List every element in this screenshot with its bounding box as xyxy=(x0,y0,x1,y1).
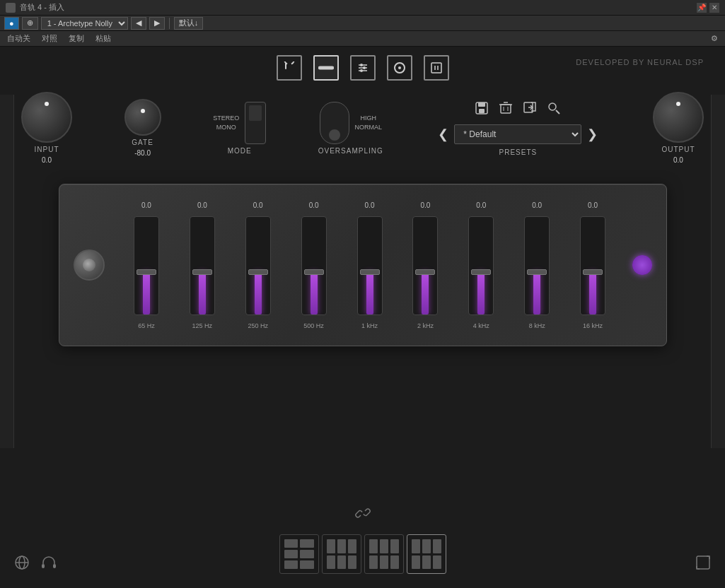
eq-slider-track-0[interactable] xyxy=(134,216,159,315)
auto-button[interactable]: 自动关 xyxy=(4,33,33,44)
oversampling-indicator xyxy=(329,129,340,141)
next-track-button[interactable]: ▶ xyxy=(149,17,165,30)
module-dot xyxy=(412,555,420,570)
module-dot xyxy=(369,555,378,570)
eq-slider-track-6[interactable] xyxy=(468,216,494,315)
stereo-label: STEREO xyxy=(213,114,239,123)
eq-value-2: 0.0 xyxy=(253,201,263,209)
gate-knob[interactable] xyxy=(124,99,161,136)
eq-joystick[interactable] xyxy=(74,249,105,281)
delete-preset-button[interactable] xyxy=(497,100,514,120)
fullscreen-button[interactable] xyxy=(695,555,711,574)
eq-slider-group-6: 0.0 4 kHz xyxy=(453,201,509,329)
circle-nav-button[interactable] xyxy=(387,55,412,81)
eq-slider-handle-1[interactable] xyxy=(192,269,212,275)
eq-nav-button[interactable] xyxy=(313,55,339,81)
eq-slider-handle-0[interactable] xyxy=(137,269,156,275)
scroll-left[interactable] xyxy=(0,95,14,448)
eq-slider-handle-2[interactable] xyxy=(248,269,268,275)
eq-freq-label-0: 65 Hz xyxy=(138,322,155,329)
module-dot xyxy=(369,539,378,553)
link-button[interactable]: ⊕ xyxy=(22,17,38,30)
input-knob[interactable] xyxy=(21,92,72,143)
track-select[interactable]: 1 - Archetype Nolly xyxy=(41,17,128,30)
eq-slider-group-0: 0.0 65 Hz xyxy=(119,201,175,329)
compare-button[interactable]: 对照 xyxy=(39,33,60,44)
power-button[interactable]: ● xyxy=(4,17,19,30)
svg-rect-15 xyxy=(478,102,485,107)
paste-button[interactable]: 粘贴 xyxy=(93,33,114,44)
eq-slider-track-8[interactable] xyxy=(580,216,605,315)
svg-point-7 xyxy=(363,66,366,69)
mode-toggle[interactable] xyxy=(245,102,266,144)
eq-slider-track-7[interactable] xyxy=(524,216,550,315)
svg-rect-31 xyxy=(697,556,709,569)
eq-slider-handle-4[interactable] xyxy=(360,269,380,275)
eq-slider-track-5[interactable] xyxy=(412,216,438,315)
search-preset-button[interactable] xyxy=(545,100,562,120)
import-preset-button[interactable] xyxy=(521,100,538,120)
eq-slider-handle-7[interactable] xyxy=(527,269,547,275)
bottom-module-1[interactable] xyxy=(322,534,361,574)
eq-slider-handle-6[interactable] xyxy=(471,269,491,275)
output-knob[interactable] xyxy=(653,92,704,143)
eq-freq-label-7: 8 kHz xyxy=(529,322,545,329)
eq-slider-track-4[interactable] xyxy=(357,216,383,315)
title-bar-left: 音轨 4 - 插入 xyxy=(6,2,64,13)
eq-joystick-inner xyxy=(83,259,95,271)
oversampling-toggle[interactable] xyxy=(320,102,349,144)
svg-rect-29 xyxy=(42,564,45,568)
module-dot xyxy=(422,555,431,570)
prev-preset-button[interactable]: ❮ xyxy=(435,127,451,142)
mode-indicator xyxy=(249,105,262,121)
svg-rect-16 xyxy=(479,109,485,113)
svg-point-6 xyxy=(360,64,363,66)
module-dot xyxy=(327,539,335,553)
eq-power-button[interactable] xyxy=(632,255,652,275)
save-preset-button[interactable] xyxy=(473,100,490,120)
eq-slider-handle-5[interactable] xyxy=(415,269,435,275)
bottom-module-3[interactable] xyxy=(407,534,446,574)
default-button[interactable]: 默认↓ xyxy=(174,17,204,30)
settings-button[interactable]: ⚙ xyxy=(708,34,721,43)
pin-button[interactable]: 📌 xyxy=(697,3,707,13)
module-dot xyxy=(327,555,335,570)
controls-row: INPUT 0.0 GATE -80.0 STEREO MONO MODE xyxy=(0,86,725,170)
chain-link-icon[interactable] xyxy=(355,505,371,524)
eq-slider-handle-8[interactable] xyxy=(583,269,603,275)
bottom-module-0[interactable] xyxy=(279,534,319,574)
eq-value-6: 0.0 xyxy=(476,201,486,209)
module-dot xyxy=(422,539,431,553)
module-dot xyxy=(348,555,356,570)
svg-rect-30 xyxy=(53,564,56,568)
next-preset-button[interactable]: ❯ xyxy=(584,127,601,142)
title-bar: 音轨 4 - 插入 📌 ✕ xyxy=(0,0,725,16)
timer-nav-button[interactable] xyxy=(424,55,449,81)
eq-slider-track-3[interactable] xyxy=(301,216,327,315)
eq-slider-track-2[interactable] xyxy=(245,216,271,315)
app-icon xyxy=(6,3,16,13)
preset-dropdown[interactable]: * Default xyxy=(454,124,581,144)
eq-value-8: 0.0 xyxy=(588,201,598,209)
eq-slider-group-8: 0.0 16 kHz xyxy=(565,201,621,329)
sliders-nav-button[interactable] xyxy=(350,55,376,81)
bottom-right-icon xyxy=(695,555,711,574)
eq-slider-group-2: 0.0 250 Hz xyxy=(230,201,286,329)
power-nav-button[interactable] xyxy=(277,55,302,81)
oversampling-label: OVERSAMPLING xyxy=(318,147,383,155)
eq-freq-label-3: 500 Hz xyxy=(303,322,324,329)
input-value: 0.0 xyxy=(42,156,52,164)
eq-slider-track-1[interactable] xyxy=(190,216,215,315)
earth-icon-button[interactable] xyxy=(14,555,30,574)
module-dot xyxy=(284,539,298,548)
prev-track-button[interactable]: ◀ xyxy=(131,17,146,30)
bottom-module-2[interactable] xyxy=(364,534,404,574)
eq-slider-group-4: 0.0 1 kHz xyxy=(342,201,398,329)
module-dot xyxy=(300,539,314,548)
scroll-right[interactable] xyxy=(711,95,725,448)
close-button[interactable]: ✕ xyxy=(709,3,719,13)
headphone-icon-button[interactable] xyxy=(41,555,57,574)
mono-label: MONO xyxy=(213,123,239,132)
eq-slider-handle-3[interactable] xyxy=(304,269,324,275)
copy-button[interactable]: 复制 xyxy=(66,33,87,44)
